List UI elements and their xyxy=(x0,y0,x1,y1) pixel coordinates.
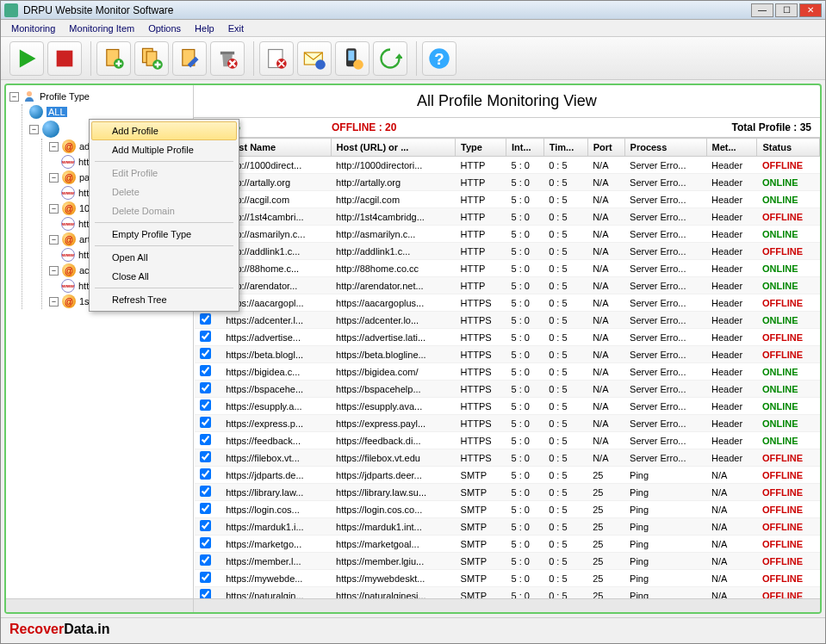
column-header[interactable]: Int... xyxy=(506,139,544,157)
row-checkbox[interactable] xyxy=(200,331,211,342)
table-row[interactable]: https://aacargopl...https://aacargoplus.… xyxy=(195,294,820,312)
table-row[interactable]: http://asmarilyn.c...http://asmarilyn.c.… xyxy=(195,226,820,243)
mobile-button[interactable] xyxy=(335,41,370,76)
main-title: All Profile Monitoring View xyxy=(194,85,820,118)
table-row[interactable]: https://member.l...https://member.lgiu..… xyxy=(195,553,820,570)
table-row[interactable]: http://acgil.comhttp://acgil.comHTTP5 : … xyxy=(195,191,820,208)
table-row[interactable]: https://marduk1.i...https://marduk1.int.… xyxy=(195,518,820,536)
menu-monitoring-item[interactable]: Monitoring Item xyxy=(62,22,141,35)
sidebar-scrollbar[interactable] xyxy=(6,598,193,612)
menu-help[interactable]: Help xyxy=(188,22,221,35)
column-header[interactable]: Host (URL) or ... xyxy=(331,139,455,157)
table-row[interactable]: http://1000direct...http://1000directori… xyxy=(195,157,820,174)
table-row[interactable]: https://feedback...https://feedback.di..… xyxy=(195,432,820,449)
column-header[interactable]: Process xyxy=(624,139,706,157)
stop-button[interactable] xyxy=(47,41,82,76)
context-menu-item[interactable]: Refresh Tree xyxy=(91,290,237,309)
minimize-button[interactable]: — xyxy=(751,3,773,17)
context-menu-item[interactable]: Open All xyxy=(91,248,237,267)
add-profile-button[interactable] xyxy=(96,41,131,76)
maximize-button[interactable]: ☐ xyxy=(775,3,798,17)
report-button[interactable] xyxy=(259,41,294,76)
table-scrollbar[interactable] xyxy=(194,598,820,612)
table-row[interactable]: https://jdparts.de...https://jdparts.dee… xyxy=(195,467,820,484)
monitoring-table: Host NameHost (URL) or ...TypeInt...Tim.… xyxy=(194,138,820,598)
footer: RecoverData.in xyxy=(1,617,825,643)
menu-exit[interactable]: Exit xyxy=(221,22,251,35)
email-settings-button[interactable] xyxy=(297,41,332,76)
context-menu-item: Edit Profile xyxy=(91,164,237,183)
column-header[interactable]: Tim... xyxy=(543,139,587,157)
row-checkbox[interactable] xyxy=(200,486,211,497)
tree-all[interactable]: ALL xyxy=(29,104,189,120)
svg-rect-15 xyxy=(348,50,354,60)
menu-options[interactable]: Options xyxy=(141,22,188,35)
row-checkbox[interactable] xyxy=(200,313,211,325)
context-menu-item[interactable]: Add Multiple Profile xyxy=(91,140,237,159)
row-checkbox[interactable] xyxy=(200,537,211,548)
row-checkbox[interactable] xyxy=(200,451,211,462)
row-checkbox[interactable] xyxy=(200,399,211,411)
table-row[interactable]: https://adcenter.l...https://adcenter.lo… xyxy=(195,312,820,329)
row-checkbox[interactable] xyxy=(200,589,211,598)
menubar: Monitoring Monitoring Item Options Help … xyxy=(1,20,825,37)
offline-count: OFFLINE : 20 xyxy=(332,121,732,133)
brand-data: Data.in xyxy=(64,622,109,636)
svg-point-16 xyxy=(353,59,363,70)
tree-root[interactable]: − Profile Type xyxy=(9,89,189,104)
total-count: Total Profile : 35 xyxy=(732,121,811,133)
titlebar: DRPU Website Monitor Software — ☐ ✕ xyxy=(1,1,825,20)
row-checkbox[interactable] xyxy=(200,572,211,583)
row-checkbox[interactable] xyxy=(200,365,211,376)
table-row[interactable]: https://login.cos...https://login.cos.co… xyxy=(195,501,820,518)
table-row[interactable]: http://addlink1.c...http://addlink1.c...… xyxy=(195,243,820,260)
column-header[interactable]: Port xyxy=(587,139,624,157)
table-row[interactable]: https://express.p...https://express.payl… xyxy=(195,415,820,432)
table-row[interactable]: http://1st4cambri...http://1st4cambridg.… xyxy=(195,208,820,226)
row-checkbox[interactable] xyxy=(200,554,211,566)
add-multiple-button[interactable] xyxy=(134,41,169,76)
table-row[interactable]: https://naturalgin...https://naturalgine… xyxy=(195,587,820,599)
table-row[interactable]: https://mywebde...https://mywebdeskt...S… xyxy=(195,570,820,587)
table-row[interactable]: https://esupply.a...https://esupply.ava.… xyxy=(195,398,820,415)
app-icon xyxy=(4,3,18,17)
play-button[interactable] xyxy=(9,41,44,76)
refresh-button[interactable] xyxy=(373,41,407,76)
row-checkbox[interactable] xyxy=(200,520,211,531)
table-row[interactable]: https://bigidea.c...https://bigidea.com/… xyxy=(195,363,820,381)
column-header[interactable]: Type xyxy=(456,139,506,157)
context-menu: Add ProfileAdd Multiple ProfileEdit Prof… xyxy=(89,119,239,312)
table-row[interactable]: https://advertise...https://advertise.la… xyxy=(195,329,820,346)
svg-point-19 xyxy=(27,91,32,96)
svg-point-13 xyxy=(315,59,326,70)
context-menu-item[interactable]: Add Profile xyxy=(91,121,237,140)
help-button[interactable]: ? xyxy=(422,41,456,76)
table-row[interactable]: http://artally.orghttp://artally.orgHTTP… xyxy=(195,174,820,191)
main-panel: All Profile Monitoring View INE : 15 OFF… xyxy=(194,85,820,612)
context-menu-item[interactable]: Empty Profile Type xyxy=(91,225,237,244)
close-button[interactable]: ✕ xyxy=(799,3,822,17)
table-row[interactable]: https://marketgo...https://marketgoal...… xyxy=(195,536,820,553)
table-row[interactable]: http://88home.c...http://88home.co.ccHTT… xyxy=(195,260,820,277)
table-row[interactable]: https://filebox.vt...https://filebox.vt.… xyxy=(195,449,820,467)
table-row[interactable]: https://bspacehe...https://bspacehelp...… xyxy=(195,381,820,398)
column-header[interactable]: Status xyxy=(757,139,820,157)
row-checkbox[interactable] xyxy=(200,503,211,514)
context-menu-item: Delete Domain xyxy=(91,201,237,220)
row-checkbox[interactable] xyxy=(200,468,211,480)
toolbar: ? xyxy=(1,37,825,80)
menu-monitoring[interactable]: Monitoring xyxy=(4,22,62,35)
context-menu-item[interactable]: Close All xyxy=(91,267,237,286)
table-row[interactable]: https://library.law...https://library.la… xyxy=(195,484,820,501)
table-wrap[interactable]: Host NameHost (URL) or ...TypeInt...Tim.… xyxy=(194,138,820,598)
row-checkbox[interactable] xyxy=(200,434,211,445)
delete-button[interactable] xyxy=(210,41,245,76)
table-row[interactable]: http://arendator...http://arendator.net.… xyxy=(195,277,820,294)
column-header[interactable]: Met... xyxy=(706,139,757,157)
svg-marker-0 xyxy=(20,49,36,67)
row-checkbox[interactable] xyxy=(200,382,211,393)
table-row[interactable]: https://beta.blogl...https://beta.blogli… xyxy=(195,346,820,363)
edit-profile-button[interactable] xyxy=(172,41,207,76)
row-checkbox[interactable] xyxy=(200,417,211,428)
row-checkbox[interactable] xyxy=(200,348,211,359)
